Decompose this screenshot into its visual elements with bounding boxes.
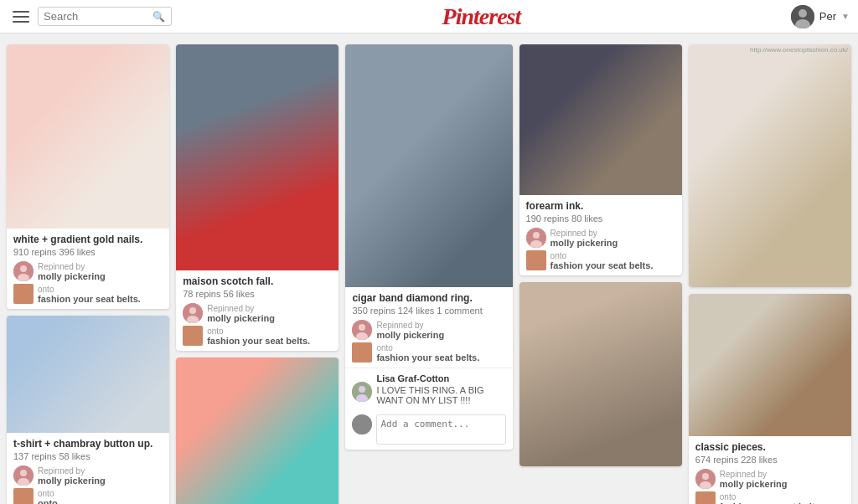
- pin-stats-fashion-red: 78 repins 56 likes: [183, 289, 332, 299]
- pin-title-forearm: forearm ink.: [526, 200, 675, 212]
- repinned-section-tshirt: Repinned by molly pickering onto onto: [13, 465, 163, 504]
- comment-text: I LOVE THIS RING. A BIG WANT ON MY LIST …: [376, 385, 505, 405]
- onto-thumb: [13, 284, 34, 304]
- pin-title-classic: classic pieces.: [695, 441, 845, 453]
- repinner-info: Repinned by molly pickering: [207, 304, 275, 323]
- search-input[interactable]: [44, 10, 152, 23]
- pin-card-tshirt[interactable]: t-shirt + chambray button up. 137 repins…: [7, 316, 169, 504]
- repinner-info: Repinned by molly pickering: [38, 262, 106, 281]
- onto-info: onto fashion your seat belts.: [38, 285, 141, 304]
- pin-stats-nails: 910 repins 396 likes: [13, 247, 163, 257]
- pin-info-forearm: forearm ink. 190 repins 80 likes Repinne…: [519, 195, 682, 275]
- onto-info: onto onto: [38, 489, 58, 505]
- repinner-info: Repinned by molly pickering: [550, 229, 618, 248]
- pin-card-fashion-sketch[interactable]: http://www.onestopfashion.co.uk/: [689, 44, 851, 287]
- pin-info-nails: white + gradient gold nails. 910 repins …: [7, 229, 169, 309]
- onto-info: onto fashion your seat belts.: [207, 327, 310, 346]
- pin-image-nails-coral: [176, 357, 339, 504]
- onto-row: onto fashion your seat belts.: [352, 342, 505, 363]
- pin-card-forearm[interactable]: forearm ink. 190 repins 80 likes Repinne…: [519, 44, 682, 275]
- svg-rect-18: [352, 342, 372, 363]
- pin-card-ring[interactable]: cigar band diamond ring. 350 repins 124 …: [345, 44, 512, 450]
- repinner-avatar: [695, 469, 716, 489]
- repinner-info: Repinned by molly pickering: [720, 470, 788, 489]
- onto-thumb: [183, 326, 203, 346]
- pin-card-fashion-red[interactable]: maison scotch fall. 78 repins 56 likes R…: [176, 44, 339, 351]
- pin-stats-tshirt: 137 repins 58 likes: [13, 451, 163, 461]
- dropdown-arrow-icon: ▼: [841, 12, 850, 21]
- repinner-row: Repinned by molly pickering: [695, 469, 845, 489]
- commenter-avatar: [352, 382, 372, 402]
- onto-row: onto fashion your seat belts.: [183, 326, 332, 346]
- onto-info: onto fashion your seat belts.: [376, 343, 479, 363]
- onto-row: onto fashion your seat belts.: [526, 250, 675, 270]
- comment-section: Lisa Graf-Cotton I LOVE THIS RING. A BIG…: [345, 368, 512, 450]
- svg-rect-22: [352, 414, 372, 435]
- pin-image-fashion-sketch: http://www.onestopfashion.co.uk/: [689, 44, 851, 287]
- comment-input[interactable]: [376, 414, 505, 445]
- pin-image-fashion-red: [176, 44, 339, 270]
- pin-image-tshirt: [7, 316, 169, 433]
- pin-title-nails: white + gradient gold nails.: [13, 234, 163, 245]
- logo: Pinterest: [172, 3, 791, 30]
- repinned-section-ring: Repinned by molly pickering onto fashion…: [352, 320, 505, 363]
- svg-rect-10: [13, 488, 34, 504]
- svg-point-28: [702, 473, 709, 480]
- user-menu[interactable]: Per ▼: [791, 5, 850, 28]
- svg-point-1: [799, 9, 807, 18]
- repinner-avatar: [526, 228, 546, 248]
- pin-info-fashion-red: maison scotch fall. 78 repins 56 likes R…: [176, 270, 339, 351]
- pin-stats-ring: 350 repins 124 likes 1 comment: [352, 306, 505, 316]
- pin-card-nails-coral[interactable]: [176, 357, 339, 504]
- svg-point-4: [20, 265, 27, 272]
- svg-point-16: [359, 324, 365, 331]
- svg-point-8: [20, 470, 27, 476]
- comment-info: Lisa Graf-Cotton I LOVE THIS RING. A BIG…: [376, 373, 505, 410]
- repinned-section-fashion-red: Repinned by molly pickering onto fashion…: [183, 303, 332, 346]
- pin-card-classic[interactable]: classic pieces. 674 repins 228 likes Rep…: [689, 294, 851, 504]
- repinned-section-forearm: Repinned by molly pickering onto fashion…: [526, 228, 675, 270]
- onto-thumb: [352, 342, 372, 363]
- comment-username: Lisa Graf-Cotton: [376, 373, 505, 383]
- onto-row: onto fashion your seat belts.: [695, 491, 845, 504]
- search-bar[interactable]: 🔍: [38, 7, 172, 26]
- onto-row: onto fashion your seat belts.: [13, 284, 163, 304]
- pin-card-nails[interactable]: white + gradient gold nails. 910 repins …: [7, 44, 169, 309]
- pin-info-classic: classic pieces. 674 repins 228 likes Rep…: [689, 436, 851, 504]
- avatar: [791, 5, 814, 28]
- menu-icon[interactable]: [8, 4, 34, 29]
- repinner-row: Repinned by molly pickering: [352, 320, 505, 340]
- username: Per: [819, 10, 836, 23]
- pin-info-ring: cigar band diamond ring. 350 repins 124 …: [345, 287, 512, 368]
- svg-rect-30: [695, 491, 716, 504]
- repinned-section-nails: Repinned by molly pickering onto fashion…: [13, 261, 163, 304]
- onto-info: onto fashion your seat belts.: [720, 492, 823, 505]
- search-icon: 🔍: [152, 11, 165, 23]
- add-comment-row: [352, 414, 505, 445]
- pin-column-3: cigar band diamond ring. 350 repins 124 …: [345, 44, 512, 504]
- onto-row: onto onto: [13, 488, 163, 504]
- pin-image-nails: [7, 44, 169, 229]
- svg-rect-14: [183, 326, 203, 346]
- svg-rect-26: [526, 250, 546, 270]
- onto-thumb: [13, 488, 34, 504]
- pin-stats-forearm: 190 repins 80 likes: [526, 213, 675, 224]
- pin-title-tshirt: t-shirt + chambray button up.: [13, 438, 163, 450]
- pin-image-boho: [519, 282, 682, 466]
- repinner-info: Repinned by molly pickering: [38, 466, 106, 486]
- pin-title-fashion-red: maison scotch fall.: [183, 275, 332, 287]
- onto-thumb: [526, 250, 546, 270]
- repinned-section-classic: Repinned by molly pickering onto fashion…: [695, 469, 845, 504]
- pin-title-ring: cigar band diamond ring.: [352, 292, 505, 304]
- svg-rect-6: [13, 284, 34, 304]
- pin-column-1: white + gradient gold nails. 910 repins …: [7, 44, 169, 504]
- comment-row: Lisa Graf-Cotton I LOVE THIS RING. A BIG…: [352, 373, 505, 410]
- onto-info: onto fashion your seat belts.: [550, 251, 654, 270]
- repinner-row: Repinned by molly pickering: [13, 261, 163, 281]
- pin-card-boho[interactable]: [519, 282, 682, 466]
- repinner-row: Repinned by molly pickering: [526, 228, 675, 248]
- repinner-avatar: [13, 261, 34, 281]
- repinner-avatar: [13, 465, 34, 486]
- pin-image-forearm: [519, 44, 682, 195]
- pin-column-5: http://www.onestopfashion.co.uk/ classic…: [689, 44, 851, 504]
